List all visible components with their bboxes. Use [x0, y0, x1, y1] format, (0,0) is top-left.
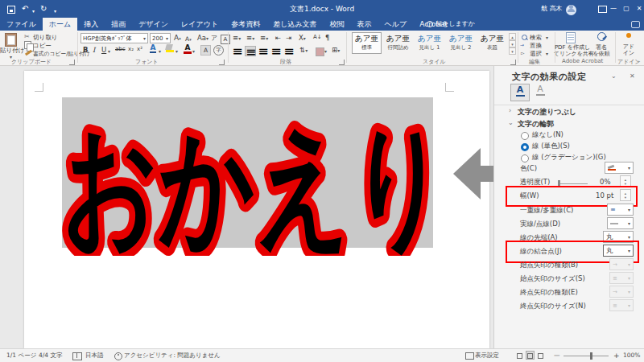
tab-references[interactable]: 参考資料 [225, 18, 266, 31]
word-count[interactable]: 4/4 文字 [39, 349, 62, 362]
bold-button[interactable]: B [83, 46, 88, 54]
style-normal[interactable]: あア亜標準 [352, 32, 382, 54]
font-color-caret-icon[interactable]: ▾ [192, 48, 195, 54]
request-signatures-button-line2[interactable]: を依頼 [589, 50, 613, 58]
fill-section-chevron-icon[interactable]: › [509, 107, 511, 114]
strikethrough-button[interactable]: abc [115, 46, 126, 52]
justify-button[interactable]: ≡ [270, 46, 282, 56]
radio-gradient-line-label[interactable]: 線 (グラデーション)(G) [532, 153, 606, 162]
zoom-slider-thumb[interactable] [590, 352, 592, 360]
paragraph-dialog-launcher[interactable] [339, 60, 345, 65]
feedback-bubble-icon[interactable] [631, 21, 640, 28]
proofing-icon[interactable] [72, 352, 82, 360]
align-left-button[interactable]: ≡ [232, 46, 243, 56]
pane-tab-text-fill-outline[interactable]: A [510, 84, 530, 101]
create-pdf-button-line2[interactable]: てリンクを共有 [554, 50, 591, 58]
styles-gallery-down-button[interactable]: ▾ [509, 40, 516, 47]
pane-tab-text-effects[interactable]: A [531, 84, 549, 100]
tab-view[interactable]: 表示 [351, 18, 378, 31]
ruby-button[interactable]: ア [211, 34, 217, 43]
tab-draw[interactable]: 描画 [105, 18, 132, 31]
styles-dialog-launcher[interactable] [510, 60, 516, 65]
dash-type-dropdown[interactable]: ▾ [607, 217, 634, 229]
paste-icon[interactable] [5, 33, 17, 47]
shading-button[interactable] [316, 47, 324, 56]
character-border-button[interactable]: A [221, 35, 230, 44]
language-indicator[interactable]: 日本語 [85, 349, 104, 362]
character-shading-button[interactable]: A [200, 45, 211, 56]
text-effects-button[interactable]: A [150, 44, 156, 53]
style-heading1[interactable]: あア亜見出し 1 [415, 32, 444, 54]
italic-button[interactable]: I [93, 46, 95, 54]
display-settings-button[interactable]: 表示設定 [475, 349, 499, 362]
read-mode-button[interactable] [515, 351, 524, 360]
tab-insert[interactable]: 挿入 [77, 18, 105, 31]
copy-button[interactable]: コピー [33, 42, 52, 50]
highlight-button[interactable] [166, 44, 174, 52]
document-page[interactable]: おかえり [24, 71, 489, 348]
text-effects-caret-icon[interactable]: ▾ [159, 48, 161, 54]
increase-indent-button[interactable]: ⇥ [286, 34, 291, 42]
highlight-caret-icon[interactable]: ▾ [175, 48, 178, 54]
style-no-spacing[interactable]: あア亜行間詰め [383, 32, 413, 54]
font-color-button[interactable]: A [184, 44, 192, 54]
font-size-combobox[interactable]: 200 ▾ [150, 33, 171, 43]
enclose-characters-button[interactable]: 字 [213, 45, 224, 56]
styles-gallery-more-button[interactable]: ▾ [509, 47, 516, 55]
find-button[interactable]: 検索 [530, 34, 542, 42]
minimize-button[interactable]: — [607, 2, 620, 16]
borders-button[interactable]: ⊞▾ [332, 46, 340, 54]
sort-button[interactable]: A↓ [313, 34, 322, 40]
pane-close-icon[interactable]: ✕ [630, 72, 635, 80]
shading-caret-icon[interactable]: ▾ [324, 48, 327, 54]
tab-mailings[interactable]: 差し込み文書 [266, 18, 323, 31]
radio-no-line[interactable] [521, 132, 529, 140]
decrease-indent-button[interactable]: ⇤ [275, 34, 281, 42]
document-text[interactable]: おかえり [63, 108, 448, 256]
radio-solid-line-label[interactable]: 線 (単色)(S) [532, 142, 570, 151]
transparency-value[interactable]: 0% [600, 178, 611, 186]
accessibility-status[interactable]: アクセシビリティ: 問題ありません [124, 349, 221, 362]
compound-line-dropdown[interactable]: ≡ ▾ [607, 204, 634, 216]
underline-button[interactable]: U [101, 46, 106, 54]
numbering-button[interactable]: ≡▾ [246, 34, 254, 42]
transparency-slider-track[interactable] [559, 183, 588, 184]
maximize-button[interactable]: ▢ [620, 2, 633, 16]
replace-button[interactable]: 置換 [530, 42, 542, 50]
find-caret-icon[interactable]: ▾ [546, 35, 548, 40]
grow-font-button[interactable]: A▴ [174, 34, 181, 42]
radio-gradient-line[interactable] [521, 154, 529, 162]
web-layout-button[interactable] [536, 351, 545, 360]
tab-design[interactable]: デザイン [132, 18, 175, 31]
addins-button-line2[interactable]: イン [620, 49, 638, 57]
radio-solid-line[interactable] [521, 143, 529, 151]
styles-gallery-up-button[interactable]: ▴ [509, 33, 516, 40]
font-name-combobox[interactable]: HGP創英角ﾎﾟｯﾌﾟ体 ▾ [80, 33, 148, 43]
fill-section-header[interactable]: 文字の塗りつぶし [518, 107, 576, 117]
close-button[interactable]: ✕ [633, 2, 644, 16]
underline-caret-icon[interactable]: ▾ [108, 48, 110, 54]
outline-color-button[interactable]: ▾ [605, 162, 634, 174]
select-button[interactable]: 選択 [530, 50, 542, 58]
style-title[interactable]: あア亜表題 [477, 32, 507, 54]
clipboard-dialog-launcher[interactable] [69, 60, 75, 65]
zoom-in-button[interactable]: + [613, 349, 620, 362]
zoom-slider-track[interactable] [564, 356, 609, 356]
outline-section-header[interactable]: 文字の輪郭 [518, 119, 554, 130]
tab-home[interactable]: ホーム [43, 18, 77, 31]
ribbon-display-options-icon[interactable] [598, 6, 607, 13]
outline-section-chevron-icon[interactable]: ⌄ [508, 119, 514, 126]
asian-layout-button[interactable]: X▾ [299, 34, 306, 42]
avatar[interactable] [566, 3, 576, 15]
page-indicator[interactable]: 1/1 ページ [6, 349, 36, 362]
tab-layout[interactable]: レイアウト [175, 18, 225, 31]
shrink-font-button[interactable]: A▾ [185, 35, 192, 43]
collapse-ribbon-icon[interactable]: ⌃ [636, 60, 640, 65]
tab-review[interactable]: 校閲 [324, 18, 351, 31]
format-painter-button[interactable]: 書式のコピー/貼り付け [33, 50, 90, 58]
print-layout-button[interactable] [526, 351, 535, 360]
change-case-button[interactable]: Aa▾ [197, 34, 208, 42]
style-heading2[interactable]: あア亜見出し 2 [446, 32, 476, 54]
multilevel-list-button[interactable]: ≡▾ [260, 34, 268, 42]
bullets-button[interactable]: ≡▾ [233, 34, 241, 42]
